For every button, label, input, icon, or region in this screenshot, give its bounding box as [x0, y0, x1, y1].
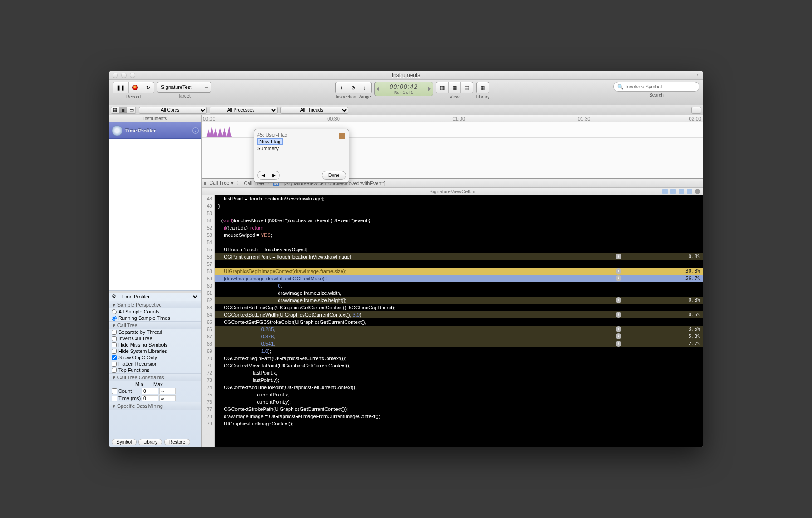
time-check[interactable] [112, 396, 117, 401]
info-icon[interactable]: i [616, 254, 621, 259]
nav-view-toggle[interactable]: ▦ ≡ ▭ [111, 107, 136, 114]
code-line[interactable]: mouseSwiped = YES; [215, 231, 703, 239]
range-left-button[interactable]: ⟮ [336, 82, 347, 93]
code-line[interactable]: lastPoint.x, [215, 369, 703, 376]
processes-filter[interactable]: All Processes [210, 107, 278, 114]
code-line[interactable]: UIGraphicsEndImageContext(); [215, 420, 703, 427]
loop-button[interactable]: ↻ [142, 82, 154, 93]
code-line[interactable] [215, 210, 703, 217]
info-icon[interactable]: i [616, 275, 621, 281]
running-sample-radio[interactable] [112, 316, 117, 321]
pause-button[interactable]: ❚❚ [113, 82, 129, 93]
count-check[interactable] [112, 388, 117, 394]
code-line[interactable]: CGContextSetLineCap(UIGraphicsGetCurrent… [215, 304, 703, 311]
profiler-select[interactable]: Time Profiler [120, 293, 199, 300]
code-line[interactable]: CGContextSetLineWidth(UIGraphicsGetCurre… [215, 311, 703, 318]
view-right-button[interactable]: ▤ [461, 82, 473, 93]
prev-run-button[interactable] [377, 87, 379, 91]
code-line[interactable]: 0.285,i3.5% [215, 326, 703, 333]
fullscreen-button[interactable] [694, 73, 699, 77]
code-line[interactable]: currentPoint.y); [215, 398, 703, 406]
code-line[interactable]: 0.541,i2.7% [215, 340, 703, 347]
gear-icon-right[interactable] [695, 189, 700, 194]
code-line[interactable]: CGPoint currentPoint = [touch locationIn… [215, 253, 703, 260]
code-line[interactable]: lastPoint = [touch locationInView:drawIm… [215, 195, 703, 202]
code-line[interactable]: CGContextMoveToPoint(UIGraphicsGetCurren… [215, 362, 703, 369]
target-selector[interactable]: SignatureTest [157, 82, 211, 93]
restore-button[interactable]: Restore [164, 439, 190, 445]
library-button[interactable]: ▦ [476, 82, 489, 93]
hide-sys-check[interactable] [112, 349, 117, 354]
code-line[interactable]: UITouch *touch = [touches anyObject]; [215, 246, 703, 253]
view-left-button[interactable]: ▥ [436, 82, 449, 93]
nav-view-2[interactable]: ≡ [119, 107, 127, 113]
zoom-button[interactable] [130, 73, 135, 78]
flag-name-field[interactable]: New Flag [257, 138, 283, 145]
code-line[interactable]: CGContextBeginPath(UIGraphicsGetCurrentC… [215, 355, 703, 362]
code-line[interactable]: CGContextSetRGBStrokeColor(UIGraphicsGet… [215, 318, 703, 326]
flag-next-button[interactable]: ▶ [269, 171, 279, 179]
code-line[interactable]: 1.0); [215, 347, 703, 355]
code-line[interactable]: drawImage.image = UIGraphicsGetImageFrom… [215, 413, 703, 420]
code-line[interactable] [215, 260, 703, 268]
code-line[interactable] [215, 239, 703, 246]
code-line[interactable]: 0.376,i5.3% [215, 333, 703, 340]
topfn-check[interactable] [112, 368, 117, 373]
instrument-row[interactable]: Time Profiler i [109, 122, 201, 139]
threads-filter[interactable]: All Threads [280, 107, 348, 114]
sep-thread-check[interactable] [112, 330, 117, 335]
range-clear-button[interactable]: ⊘ [347, 82, 359, 93]
info-icon[interactable]: i [616, 268, 621, 274]
invert-check[interactable] [112, 336, 117, 341]
header-icon-1[interactable] [662, 189, 668, 194]
hide-missing-check[interactable] [112, 342, 117, 347]
search-field[interactable]: 🔍 [613, 82, 699, 92]
flag-color[interactable] [339, 133, 345, 139]
code-line[interactable]: drawImage.frame.size.height)];i0.3% [215, 297, 703, 304]
record-button[interactable] [129, 82, 142, 93]
cores-filter[interactable]: All Cores [139, 107, 207, 114]
objc-check[interactable] [112, 355, 117, 360]
code-line[interactable]: CGContextStrokePath(UIGraphicsGetCurrent… [215, 406, 703, 413]
code-line[interactable]: [drawImage.image drawInRect:CGRectMake(0… [215, 275, 703, 282]
flag-summary[interactable]: Summary [257, 146, 346, 151]
code-line[interactable]: currentPoint.x, [215, 391, 703, 398]
code-line[interactable]: CGContextAddLineToPoint(UIGraphicsGetCur… [215, 384, 703, 391]
code-line[interactable]: drawImage.frame.size.width, [215, 289, 703, 297]
filter-extra-button[interactable] [691, 107, 701, 114]
code-line[interactable]: - (void)touchesMoved:(NSSet *)touches wi… [215, 217, 703, 224]
close-button[interactable] [113, 73, 118, 78]
flatten-check[interactable] [112, 362, 117, 367]
code-line[interactable]: } [215, 202, 703, 210]
info-icon[interactable]: i [192, 127, 199, 134]
range-right-button[interactable]: ⟯ [359, 82, 371, 93]
all-sample-radio[interactable] [112, 309, 117, 314]
search-input[interactable] [626, 84, 695, 89]
count-max[interactable] [159, 388, 176, 394]
header-icon-2[interactable] [670, 189, 676, 194]
time-max[interactable] [159, 395, 176, 401]
next-run-button[interactable] [428, 87, 431, 91]
timeline[interactable]: 00:00 00:30 01:00 01:30 02:00 #5: User-F… [202, 115, 703, 179]
code-line[interactable]: if(!canEdit) return; [215, 224, 703, 231]
nav-view-3[interactable]: ▭ [127, 107, 136, 113]
info-icon[interactable]: i [616, 297, 621, 303]
count-min[interactable] [142, 388, 158, 394]
nav-view-1[interactable]: ▦ [111, 107, 119, 113]
code-line[interactable]: lastPoint.y); [215, 376, 703, 384]
symbol-button[interactable]: Symbol [112, 439, 137, 445]
header-icon-3[interactable] [679, 189, 684, 194]
info-icon[interactable]: i [616, 312, 621, 318]
header-icon-4[interactable] [687, 189, 692, 194]
info-icon[interactable]: i [616, 326, 621, 332]
view-mid-button[interactable]: ▦ [449, 82, 461, 93]
flag-prev-button[interactable]: ◀ [258, 171, 269, 179]
time-min[interactable] [142, 395, 158, 401]
code-line[interactable]: UIGraphicsBeginImageContext(drawImage.fr… [215, 268, 703, 275]
library-button-bottom[interactable]: Library [138, 439, 162, 445]
info-icon[interactable]: i [616, 341, 621, 347]
code-area[interactable]: 4849505152535455565758596061626364656667… [202, 195, 703, 447]
info-icon[interactable]: i [616, 333, 621, 339]
bc-1[interactable]: Call Tree ▾ [207, 180, 235, 186]
done-button[interactable]: Done [322, 171, 346, 180]
